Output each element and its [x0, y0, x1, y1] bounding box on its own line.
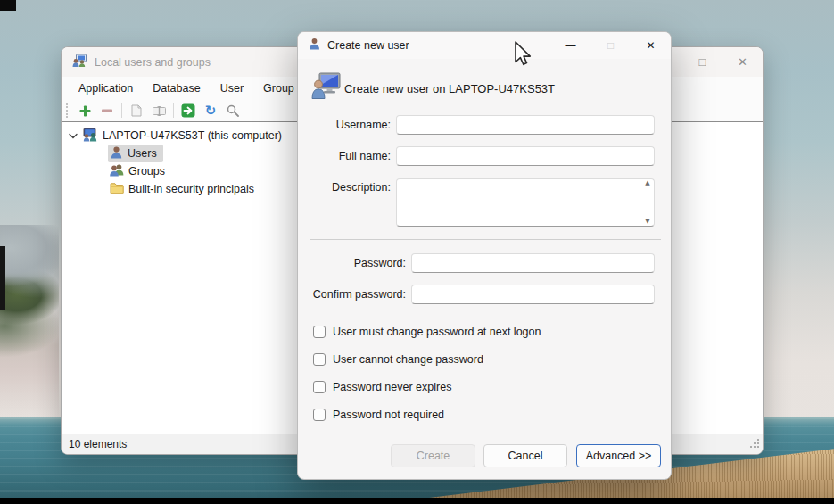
status-text: 10 elements [69, 438, 127, 450]
user-icon [309, 37, 320, 54]
dialog-heading: Create new user on LAPTOP-U47KS53T [344, 82, 555, 95]
mouse-cursor [514, 41, 533, 71]
rename-button[interactable] [151, 103, 167, 120]
confirm-password-label: Confirm password: [298, 285, 406, 304]
username-input[interactable] [396, 115, 655, 135]
toolbar-separator [121, 103, 122, 118]
checkbox-label: User cannot change password [333, 353, 483, 366]
dialog-window-controls: — □ ✕ [550, 32, 671, 59]
screen-bottom-black [0, 498, 834, 504]
toolbar-grip [66, 103, 70, 118]
checkbox-icon[interactable] [313, 353, 326, 366]
wallpaper-rocky-hill [0, 225, 59, 419]
tree-item-label: Groups [128, 165, 165, 178]
new-document-button[interactable] [128, 103, 145, 120]
menu-user[interactable]: User [211, 79, 253, 97]
resize-grip[interactable] [748, 437, 760, 451]
toolbar-separator [173, 103, 174, 118]
maximize-button: □ [590, 32, 631, 59]
create-new-user-dialog: Create new user — □ ✕ Create new user on… [297, 31, 672, 480]
tree-selection: Groups [108, 162, 171, 180]
confirm-password-input[interactable] [411, 285, 655, 304]
app-users-icon [72, 54, 87, 71]
section-divider [310, 239, 661, 240]
tree-item-label: Users [128, 147, 157, 160]
checkbox-icon[interactable] [313, 409, 326, 421]
dialog-title-bar: Create new user — □ ✕ [298, 32, 671, 59]
cancel-button[interactable]: Cancel [483, 444, 567, 467]
user-icon [110, 145, 123, 161]
folder-icon [110, 182, 124, 197]
maximize-button[interactable]: □ [682, 47, 723, 77]
menu-application[interactable]: Application [69, 79, 143, 97]
description-label: Description: [298, 181, 391, 194]
full-name-input[interactable] [396, 146, 655, 166]
password-input[interactable] [411, 253, 655, 273]
checkbox-must-change-password[interactable]: User must change password at next logon [313, 325, 541, 339]
apply-button[interactable] [180, 103, 196, 120]
close-button[interactable]: ✕ [723, 47, 763, 77]
tree-item-label: Built-in security principals [128, 183, 254, 195]
full-name-label: Full name: [298, 146, 391, 166]
username-label: Username: [298, 115, 391, 135]
checkbox-password-not-required[interactable]: Password not required [313, 408, 444, 422]
checkbox-cannot-change-password[interactable]: User cannot change password [313, 352, 483, 367]
tree-selection: Users [108, 145, 163, 162]
search-icon[interactable] [225, 103, 241, 120]
computer-users-icon [82, 128, 98, 145]
desktop: Local users and groups — □ ✕ Application… [0, 0, 834, 504]
screen-corner-black [0, 0, 16, 11]
dialog-title: Create new user [327, 39, 409, 52]
refresh-icon[interactable]: ↻ [202, 103, 219, 120]
scroll-up-icon[interactable]: ▲ [645, 180, 649, 186]
advanced-button[interactable]: Advanced >> [576, 444, 661, 467]
checkbox-icon[interactable] [313, 326, 326, 338]
checkbox-password-never-expires[interactable]: Password never expires [313, 380, 451, 394]
create-button[interactable]: Create [391, 444, 475, 467]
add-button[interactable] [77, 103, 93, 120]
tree-selection: Built-in security principals [108, 181, 260, 198]
chevron-down-icon [69, 129, 78, 142]
window-title: Local users and groups [95, 56, 211, 69]
description-input[interactable] [396, 178, 655, 227]
screen-edge-black [0, 246, 5, 310]
close-button[interactable]: ✕ [631, 32, 671, 59]
remove-button[interactable] [99, 103, 115, 120]
password-label: Password: [298, 253, 406, 273]
refresh-glyph: ↻ [205, 104, 217, 118]
checkbox-label: Password never expires [333, 381, 451, 393]
description-scrollbar[interactable]: ▲ ▼ [642, 180, 653, 225]
user-computer-icon [311, 72, 342, 103]
checkbox-icon[interactable] [313, 381, 326, 393]
scroll-down-icon[interactable]: ▼ [645, 219, 649, 225]
menu-database[interactable]: Database [143, 79, 211, 97]
minimize-button[interactable]: — [550, 32, 590, 59]
tree-item-label: LAPTOP-U47KS53T (this computer) [103, 129, 282, 142]
checkbox-label: Password not required [333, 409, 444, 421]
group-icon [110, 163, 124, 179]
checkbox-label: User must change password at next logon [333, 326, 541, 338]
